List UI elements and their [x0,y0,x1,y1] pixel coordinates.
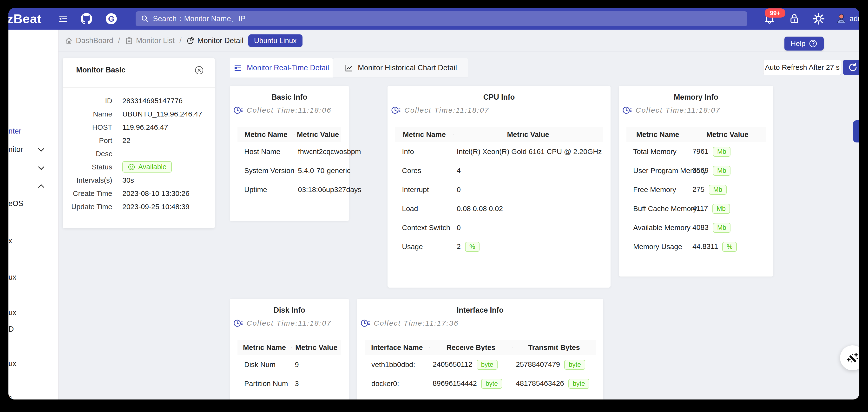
table-row: Free Memory275Mb [626,180,766,199]
table-row: Partition Num3 [238,374,341,393]
sidebar-item[interactable] [8,162,58,174]
search-icon [141,15,149,23]
basic-info-card: Basic Info Collect Time:11:18:06 Metric … [230,86,349,221]
table-row: docker0: 89696154442byte 481785463426byt… [365,374,596,393]
sidebar-item[interactable]: s [8,392,58,400]
lock-icon[interactable] [788,13,800,25]
clock-icon [233,105,243,115]
table-row: Buff Cache Memory4117Mb [626,199,766,218]
close-icon[interactable] [194,65,204,75]
table-row: veth1bb0dbd: 2405650112byte 25788407479b… [365,355,596,374]
breadcrumb: DashBoard / Monitor List / Monitor Detai… [65,30,303,52]
card-title: Memory Info [619,86,773,102]
app-logo[interactable]: zBeat [8,8,42,30]
collect-time: Collect Time:11:18:06 [233,105,349,115]
table-row: Uptime03:18:06up327days [238,180,341,199]
sidebar-item[interactable]: ux [8,271,58,283]
magic-wand-icon [846,351,859,365]
unit-badge: % [465,242,479,252]
divider [230,332,349,332]
clock-icon [622,105,632,115]
help-button[interactable]: Help [784,37,824,50]
clipboard-icon [125,37,133,45]
cpu-info-card: CPU Info Collect Time:11:18:07 Metric Na… [388,86,611,287]
sidebar-item[interactable] [8,180,58,192]
table-header: Metric NameMetric Value [626,127,766,142]
table-row: System Version5.4.0-70-generic [238,161,341,180]
sidebar-item[interactable]: D [8,323,58,336]
sidebar-item[interactable]: nitor [8,143,58,156]
auto-refresh-button[interactable]: Auto Refresh After 27 s [763,60,841,75]
monitor-basic-title: Monitor Basic [76,66,125,74]
collect-time: Collect Time:11:18:07 [233,318,349,328]
magic-wand-fab[interactable] [840,345,859,370]
table-row: InfoIntel(R) Xeon(R) Gold 6161 CPU @ 2.2… [395,142,603,161]
sidebar-item[interactable]: nter [8,125,58,137]
divider [388,119,611,119]
breadcrumb-monitor-detail[interactable]: Monitor Detail [186,36,244,45]
search-input[interactable] [152,14,747,23]
table-row: User Program Memory3569Mb [626,161,766,180]
refresh-button[interactable] [843,60,859,75]
metrics-table: Metric NameMetric Value Disk Num9 Partit… [238,340,341,393]
username[interactable]: adm [849,8,859,30]
card-title: Basic Info [230,86,349,102]
breadcrumb-monitor-list[interactable]: Monitor List [125,36,175,45]
menu-fold-icon[interactable] [58,14,68,24]
tab-historical-chart[interactable]: Monitor Historical Chart Detail [333,58,468,77]
memory-info-card: Memory Info Collect Time:11:18:07 Metric… [619,86,773,276]
unit-badge: byte [481,379,502,389]
os-type-badge: Ubuntu Linux [248,34,303,47]
field-row: Desc [63,147,215,160]
metrics-table: Metric NameMetric Value Total Memory7961… [626,127,766,256]
monitor-basic-card: Monitor Basic ID283314695147776 NameUBUN… [63,58,215,228]
field-row: NameUBUNTU_119.96.246.47 [63,107,215,121]
breadcrumb-dashboard[interactable]: DashBoard [65,36,113,45]
clock-icon [233,318,243,328]
card-title: CPU Info [388,86,611,102]
field-row: Intervals(s)30s [63,173,215,187]
chevron-down-icon [38,164,44,170]
sidebar-item[interactable]: ux [8,357,58,370]
unit-badge: Mb [713,223,731,233]
monitor-basic-fields: ID283314695147776 NameUBUNTU_119.96.246.… [63,94,215,213]
unit-badge: Mb [713,166,731,176]
gear-icon[interactable] [812,12,825,25]
table-row: Host Namefhwcnt2cqcwosbpm [238,142,341,161]
divider [230,119,349,119]
sidebar-item[interactable]: eOS [8,197,58,210]
field-row: Create Time2023-08-10 13:30:26 [63,187,215,200]
sidebar-item[interactable]: ux [8,306,58,319]
github-icon[interactable] [81,13,92,25]
list-detail-icon [234,64,242,72]
metrics-table: Metric NameMetric Value InfoIntel(R) Xeo… [395,127,603,256]
table-row: Cores4 [395,161,603,180]
sidebar-item[interactable]: x [8,235,58,247]
field-row: Update Time2023-09-25 10:48:39 [63,200,215,213]
disk-info-card: Disk Info Collect Time:11:18:07 Metric N… [230,299,349,400]
chevron-up-icon [38,184,44,191]
gitee-icon[interactable]: G [106,13,117,24]
table-row: Memory Usage44.8311% [626,237,766,256]
unit-badge: % [722,242,737,252]
clock-icon [360,318,370,328]
question-circle-icon [809,39,817,48]
table-header: Metric NameMetric Value [395,127,603,142]
card-title: Interface Info [357,299,603,314]
settings-drawer-handle[interactable] [853,120,859,142]
tab-realtime-detail[interactable]: Monitor Real-Time Detail [230,58,333,77]
breadcrumb-separator: / [179,36,182,45]
collect-time: Collect Time:11:18:07 [391,105,611,115]
unit-badge: byte [568,379,589,389]
avatar-icon[interactable] [835,12,847,25]
unit-badge: Mb [709,185,726,195]
app-window: zBeat G 99+ adm nter nitor [8,8,859,400]
table-row: Interrupt0 [395,180,603,199]
top-nav-bar: zBeat G 99+ adm [8,8,859,30]
divider [357,332,603,332]
field-row: ID283314695147776 [63,94,215,107]
screen: zBeat G 99+ adm nter nitor [0,0,868,412]
home-icon [65,37,73,45]
field-row: HOST119.96.246.47 [63,121,215,134]
unit-badge: byte [564,360,585,370]
